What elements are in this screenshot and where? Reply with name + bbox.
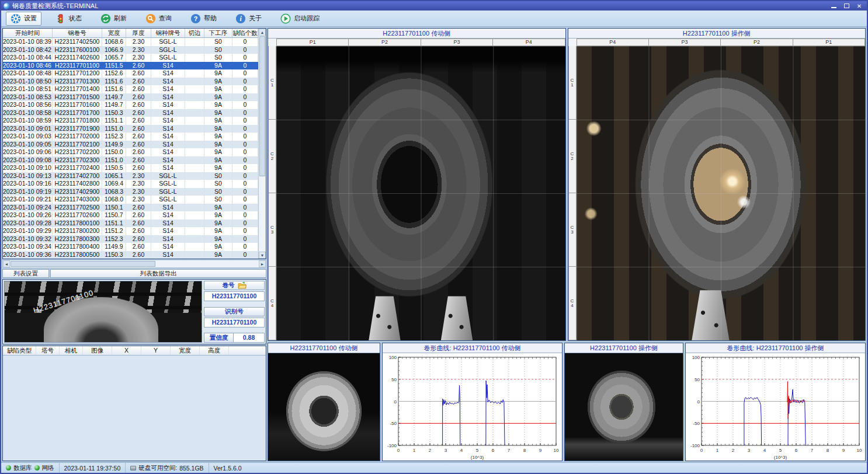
table-row[interactable]: 2023-01-10 09:10:25H2231177024001150.52.… xyxy=(3,164,258,172)
cell: 钢种牌号 xyxy=(151,29,185,37)
help-label: 帮助 xyxy=(204,14,217,23)
table-row[interactable]: 2023-01-10 09:32:58H2231178003001152.32.… xyxy=(3,235,258,243)
close-icon[interactable]: ✕ xyxy=(855,2,863,9)
cell: 0 xyxy=(232,196,258,204)
coil-table-body: 2023-01-10 08:39:22H2231174025001068.62.… xyxy=(3,38,258,259)
cell: 塔号 xyxy=(36,346,60,355)
camera-column-label: P1 xyxy=(793,39,865,46)
cell xyxy=(185,125,204,133)
cell: 宽度 xyxy=(102,29,126,37)
cell: 9A xyxy=(204,211,232,219)
about-button[interactable]: i 关于 xyxy=(231,12,266,26)
svg-text:9: 9 xyxy=(539,448,542,453)
svg-text:6: 6 xyxy=(492,448,495,453)
operator-thumbnail-panel: H223117701100 操作侧 xyxy=(564,343,683,461)
scroll-up-icon[interactable]: ▲ xyxy=(259,29,266,36)
cell xyxy=(185,164,204,172)
cell: 2.60 xyxy=(126,141,151,149)
table-row[interactable]: 2023-01-10 09:13:05H2231174027001065.12.… xyxy=(3,172,258,180)
table-row[interactable]: 2023-01-10 09:16:06H2231174028001069.42.… xyxy=(3,180,258,188)
cell: H223117701400 xyxy=(53,85,102,93)
cell: S14 xyxy=(151,227,185,235)
query-button[interactable]: 查询 xyxy=(141,12,176,26)
maximize-icon[interactable] xyxy=(842,2,850,9)
table-row[interactable]: 2023-01-10 09:03:14H2231177020001152.32.… xyxy=(3,133,258,141)
cell: 1069.4 xyxy=(102,180,126,188)
camera-row-label: C2 xyxy=(268,120,276,193)
table-row[interactable]: 2023-01-10 09:19:06H2231174029001068.32.… xyxy=(3,188,258,196)
play-icon xyxy=(280,13,291,24)
table-row[interactable]: 2023-01-10 08:53:53H2231177015001149.72.… xyxy=(3,93,258,102)
scroll-thumb[interactable] xyxy=(259,36,265,176)
cell: 9A xyxy=(204,156,232,165)
operator-chart-title: 卷形曲线: H223117701100 操作侧 xyxy=(686,343,865,353)
cell: 0 xyxy=(232,93,258,102)
table-row[interactable]: 2023-01-10 09:06:45H2231177022001150.02.… xyxy=(3,148,258,156)
cell: 9A xyxy=(204,219,232,228)
horizontal-scrollbar[interactable]: ◄ ► xyxy=(2,260,266,268)
cell: 1151.0 xyxy=(102,125,126,133)
table-row[interactable]: 2023-01-10 09:05:24H2231177021001149.92.… xyxy=(3,141,258,149)
table-row[interactable]: 2023-01-10 08:58:14H2231177017001150.32.… xyxy=(3,109,258,117)
list-settings-button[interactable]: 列表设置 xyxy=(2,269,49,278)
cell xyxy=(185,148,204,156)
table-row[interactable]: 2023-01-10 09:24:37H2231177025001150.12.… xyxy=(3,204,258,212)
start-tracking-button[interactable]: 启动跟踪 xyxy=(276,12,324,26)
hscroll-thumb[interactable] xyxy=(11,261,155,267)
scroll-right-icon[interactable]: ► xyxy=(259,260,266,267)
camera-row-label: C4 xyxy=(568,267,577,340)
cell: S14 xyxy=(151,156,185,165)
table-row[interactable]: 2023-01-10 08:50:13H2231177013001151.62.… xyxy=(3,78,258,86)
table-row[interactable]: 2023-01-10 09:01:44H2231177019001151.02.… xyxy=(3,125,258,133)
cell: 1150.3 xyxy=(102,109,126,117)
table-row[interactable]: 2023-01-10 09:26:07H2231177026001150.72.… xyxy=(3,211,258,219)
table-row[interactable]: 2023-01-10 08:42:32H2231176001001066.92.… xyxy=(3,46,258,54)
cell: S14 xyxy=(151,117,185,125)
svg-text:4: 4 xyxy=(763,448,766,453)
cell: S14 xyxy=(151,62,185,70)
table-row[interactable]: 2023-01-10 08:48:03H2231177012001152.62.… xyxy=(3,69,258,78)
cell: 1068.0 xyxy=(102,196,126,204)
help-button[interactable]: ? 帮助 xyxy=(186,12,221,26)
coil-no-value[interactable]: H223117701100 xyxy=(204,291,265,301)
table-row[interactable]: 2023-01-10 08:56:04H2231177016001149.72.… xyxy=(3,101,258,109)
operator-camera-mosaic[interactable] xyxy=(577,46,866,340)
camera-column-label: P2 xyxy=(721,39,793,46)
svg-text:100: 100 xyxy=(389,355,397,360)
cell: 1065.1 xyxy=(102,172,126,180)
cell: 2.30 xyxy=(126,188,151,196)
table-row[interactable]: 2023-01-10 09:08:55H2231177023001151.02.… xyxy=(3,156,258,165)
cell: 2023-01-10 08:58:14 xyxy=(3,109,53,117)
table-row[interactable]: 2023-01-10 09:28:27H2231178001001151.12.… xyxy=(3,219,258,228)
table-row[interactable]: 2023-01-10 08:46:22H2231177011001151.52.… xyxy=(3,62,258,70)
table-row[interactable]: 2023-01-10 08:59:34H2231177018001151.12.… xyxy=(3,117,258,125)
cell: 9A xyxy=(204,109,232,117)
table-row[interactable]: 2023-01-10 09:21:36H2231174030001068.02.… xyxy=(3,196,258,204)
cell: 2023-01-10 08:42:32 xyxy=(3,46,53,54)
open-folder-icon[interactable] xyxy=(238,282,246,289)
list-export-button[interactable]: 列表数据导出 xyxy=(50,269,266,278)
refresh-button[interactable]: 刷新 xyxy=(96,12,131,26)
id-value[interactable]: H223117701100 xyxy=(204,318,265,327)
table-row[interactable]: 2023-01-10 09:34:18H2231178004001149.92.… xyxy=(3,243,258,251)
cell: 开始时间 xyxy=(3,29,53,37)
right-column: H223117701100 传动侧 P1P2P3P4 C1C2C3C4 H223… xyxy=(268,28,866,461)
vertical-scrollbar[interactable]: ▲ ▼ xyxy=(258,29,266,259)
cell xyxy=(185,93,204,102)
settings-button[interactable]: 设置 xyxy=(6,12,41,26)
table-row[interactable]: 2023-01-10 09:29:57H2231178002001151.22.… xyxy=(3,227,258,235)
table-row[interactable]: 2023-01-10 09:36:28H2231178005001150.32.… xyxy=(3,251,258,259)
minimize-icon[interactable] xyxy=(829,2,838,9)
table-row[interactable]: 2023-01-10 08:51:43H2231177014001151.62.… xyxy=(3,85,258,93)
cell: 2023-01-10 09:36:28 xyxy=(3,251,53,259)
drive-coil-thumbnail[interactable] xyxy=(268,353,380,461)
table-row[interactable]: 2023-01-10 08:39:22H2231174025001068.62.… xyxy=(3,38,258,46)
operator-coil-thumbnail[interactable] xyxy=(565,353,683,461)
scroll-down-icon[interactable]: ▼ xyxy=(259,252,266,259)
table-row[interactable]: 2023-01-10 08:44:32H2231174026001065.72.… xyxy=(3,54,258,62)
cell: 2.60 xyxy=(126,117,151,125)
cell: 1149.9 xyxy=(102,141,126,149)
status-button[interactable]: 状态 xyxy=(51,12,86,26)
scroll-left-icon[interactable]: ◄ xyxy=(3,260,10,267)
drive-camera-mosaic[interactable] xyxy=(276,46,565,340)
